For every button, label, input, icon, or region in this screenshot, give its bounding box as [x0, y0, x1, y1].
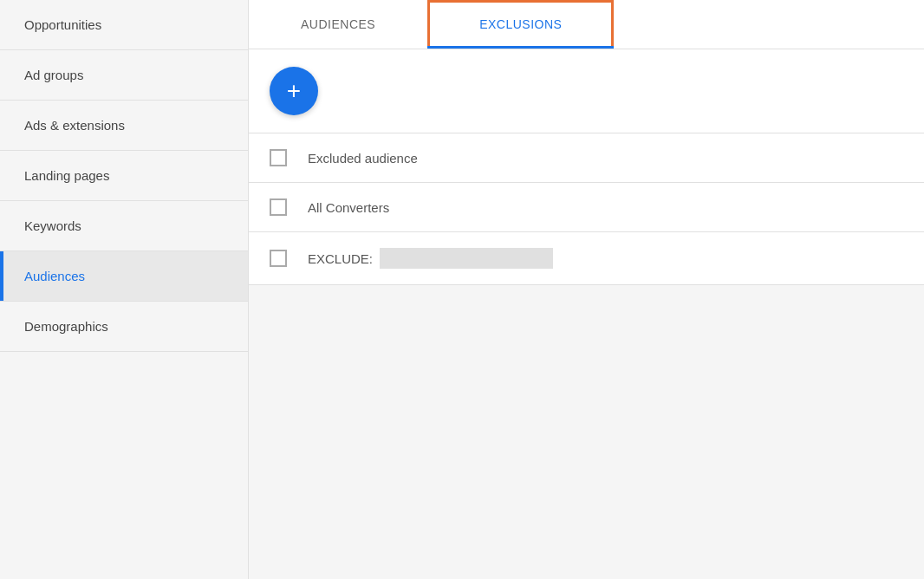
sidebar: Opportunities Ad groups Ads & extensions… [0, 0, 249, 579]
sidebar-item-audiences[interactable]: Audiences [0, 251, 248, 302]
sidebar-item-label: Audiences [24, 269, 85, 283]
exclude-input[interactable] [380, 248, 553, 269]
sidebar-item-ads-extensions[interactable]: Ads & extensions [0, 101, 248, 151]
sidebar-item-label: Ad groups [24, 68, 83, 82]
content-area: + Excluded audience All Converters EXCLU… [249, 49, 924, 285]
add-button-row: + [249, 49, 924, 133]
sidebar-item-label: Ads & extensions [24, 118, 125, 133]
list-item[interactable]: Excluded audience [249, 133, 924, 183]
main-content: AUDIENCES EXCLUSIONS + Excluded audience… [249, 0, 924, 579]
exclude-row: EXCLUDE: [308, 248, 553, 269]
all-converters-checkbox[interactable] [270, 198, 287, 216]
plus-icon: + [287, 77, 301, 105]
all-converters-label: All Converters [308, 200, 389, 215]
sidebar-item-label: Opportunities [24, 17, 101, 32]
sidebar-item-demographics[interactable]: Demographics [0, 302, 248, 352]
exclude-row-checkbox[interactable] [270, 250, 287, 267]
add-exclusion-button[interactable]: + [270, 67, 318, 115]
sidebar-item-keywords[interactable]: Keywords [0, 201, 248, 251]
tab-exclusions[interactable]: EXCLUSIONS [427, 0, 614, 49]
sidebar-item-landing-pages[interactable]: Landing pages [0, 151, 248, 201]
sidebar-item-label: Keywords [24, 218, 81, 233]
empty-area [249, 285, 924, 579]
excluded-audience-label: Excluded audience [308, 151, 418, 166]
list-item[interactable]: EXCLUDE: [249, 232, 924, 285]
tab-bar: AUDIENCES EXCLUSIONS [249, 0, 924, 49]
list-item[interactable]: All Converters [249, 183, 924, 232]
sidebar-item-label: Landing pages [24, 168, 109, 183]
sidebar-item-opportunities[interactable]: Opportunities [0, 0, 248, 50]
exclude-prefix: EXCLUDE: [308, 251, 373, 266]
tab-audiences[interactable]: AUDIENCES [249, 0, 427, 49]
excluded-audience-checkbox[interactable] [270, 149, 287, 166]
sidebar-item-label: Demographics [24, 319, 108, 334]
sidebar-item-ad-groups[interactable]: Ad groups [0, 50, 248, 101]
